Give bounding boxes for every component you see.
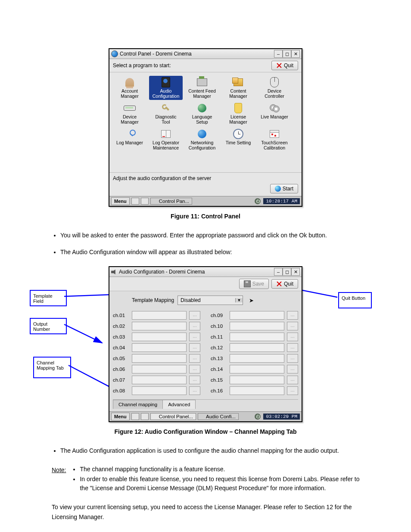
channel-field[interactable] [230,386,284,395]
app-log-operator-maintenance[interactable]: Log OperatorMaintenance [149,128,183,152]
channel-more-button[interactable]: … [287,311,298,320]
channel-field[interactable] [132,365,187,373]
app-audio-configuration[interactable]: AudioConfiguration [149,76,183,100]
app-log-manager[interactable]: Log Manager [113,128,146,152]
app-content-feed-manager[interactable]: Content FeedManager [185,76,219,100]
channel-more-button[interactable]: … [189,322,200,330]
save-button[interactable]: Save [239,279,269,289]
channel-row: ch.04… [113,343,200,352]
app-label: Content Feed [188,88,216,93]
channel-more-button[interactable]: … [287,322,298,330]
app-live-manager[interactable]: Live Manager [258,102,291,126]
channel-more-button[interactable]: … [189,311,200,320]
tray-icon[interactable] [141,413,149,420]
channel-field[interactable] [230,365,284,373]
app-label: Device [268,88,281,93]
window-title: Audio Configuration - Doremi Cinema [119,269,205,275]
app-device-controller[interactable]: DeviceController [258,76,291,100]
channel-row: ch.07… [113,376,200,384]
channel-more-button[interactable]: … [287,343,298,352]
diagnostic-tool-icon [161,103,171,113]
tab-advanced[interactable]: Advanced [162,400,196,409]
callout-quit: Quit Button [338,292,372,308]
app-label: Networking [191,140,214,145]
tray-icon[interactable] [131,413,139,420]
channel-more-button[interactable]: … [189,354,200,363]
tab-channel-mapping[interactable]: Channel mapping [113,400,163,409]
channel-field[interactable] [230,333,284,341]
minimize-button[interactable]: – [274,50,283,58]
menu-button[interactable]: Menu [111,413,130,420]
channel-row: ch.12… [211,343,298,352]
menu-button[interactable]: Menu [111,197,130,205]
channel-more-button[interactable]: … [287,376,298,384]
close-button[interactable]: ✕ [291,268,300,276]
channel-field[interactable] [132,354,187,363]
power-icon[interactable]: ⏻ [255,198,261,204]
task-control-panel[interactable]: Control Pan... [150,198,192,205]
maximize-button[interactable]: ◻ [283,268,291,276]
channel-field[interactable] [230,311,284,320]
channel-field[interactable] [132,322,187,330]
app-networking-configuration[interactable]: NetworkingConfiguration [185,128,219,152]
channel-row: ch.14… [211,365,298,373]
channel-field[interactable] [132,343,187,352]
channel-more-button[interactable]: … [189,376,200,384]
channel-row: ch.16… [211,386,298,395]
chevron-down-icon: ▼ [235,298,243,302]
app-icon [153,199,158,203]
app-icon [111,50,118,57]
channel-field[interactable] [230,322,284,330]
quit-button[interactable]: Quit [271,61,298,70]
start-button[interactable]: Start [270,184,298,193]
app-time-setting[interactable]: Time Setting [221,128,255,152]
speaker-icon [111,269,117,275]
app-icon [153,414,158,419]
app-content-manager[interactable]: ContentManager [221,76,255,100]
window-title: Control Panel - Doremi Cinema [120,51,192,57]
tray-icon[interactable] [131,198,139,205]
channel-field[interactable] [230,376,284,384]
channel-more-button[interactable]: … [189,343,200,352]
cursor-icon: ➤ [249,297,254,304]
titlebar[interactable]: Control Panel - Doremi Cinema – ◻ ✕ [109,49,302,59]
app-account-manager[interactable]: AccountManager [113,76,146,100]
channel-field[interactable] [132,333,187,341]
language-setup-icon [198,104,206,112]
gear-icon [275,186,281,192]
log-manager-icon [125,130,134,138]
maximize-button[interactable]: ◻ [283,50,291,58]
content-feed-manager-icon [197,78,207,86]
task-audio-config[interactable]: Audio Confi... [198,413,239,420]
channel-field[interactable] [132,386,187,395]
template-mapping-dropdown[interactable]: Disabled ▼ [177,296,243,305]
minimize-button[interactable]: – [274,268,283,276]
channel-field[interactable] [230,343,284,352]
channel-more-button[interactable]: … [189,365,200,373]
task-control-panel[interactable]: Control Panel... [150,413,196,420]
app-diagnostic-tool[interactable]: DiagnosticTool [149,102,183,126]
power-icon[interactable]: ⏻ [255,414,261,420]
channel-field[interactable] [132,376,187,384]
app-label: Live Manager [261,114,288,119]
icon-view: AccountManagerAudioConfigurationContent … [109,72,302,155]
tray-icon[interactable] [141,198,149,205]
close-button[interactable]: ✕ [291,50,300,58]
app-touchscreen-calibration[interactable]: TouchScreenCalibration [258,128,291,152]
app-license-manager[interactable]: LicenseManager [221,102,255,126]
quit-button[interactable]: Quit [271,279,298,289]
body-text: The Audio Configuration window will appe… [60,248,362,257]
channel-more-button[interactable]: … [287,365,298,373]
channel-more-button[interactable]: … [287,386,298,395]
toolbar: Save Quit [109,277,302,291]
channel-more-button[interactable]: … [287,354,298,363]
channel-more-button[interactable]: … [287,333,298,341]
app-label: Manager [229,119,247,124]
channel-more-button[interactable]: … [189,386,200,395]
channel-more-button[interactable]: … [189,333,200,341]
app-language-setup[interactable]: LanguageSetup [185,102,219,126]
titlebar[interactable]: Audio Configuration - Doremi Cinema – ◻ … [109,267,302,277]
channel-field[interactable] [230,354,284,363]
channel-field[interactable] [132,311,187,320]
app-device-manager[interactable]: DeviceManager [113,102,146,126]
